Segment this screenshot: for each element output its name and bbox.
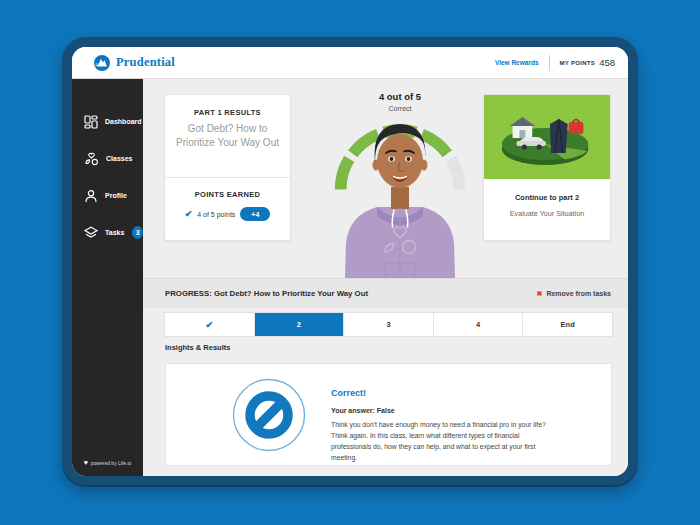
app-screen: Prudential View Rewards MY POINTS 458 — [72, 47, 628, 476]
part-stepper: ✔ 2 3 4 End — [165, 313, 612, 336]
classes-icon — [84, 152, 99, 166]
budget-pie-illustration — [484, 95, 610, 179]
tasks-icon — [84, 226, 98, 240]
app-body: Dashboard Classes — [72, 79, 628, 476]
sidebar-item-tasks[interactable]: Tasks 3 — [72, 214, 143, 251]
points-badge: +4 — [240, 207, 270, 221]
sidebar-nav: Dashboard Classes — [72, 79, 143, 476]
step-1-complete[interactable]: ✔ — [165, 313, 255, 336]
result-body-text: Think you don't have enough money to nee… — [331, 420, 549, 464]
tablet-frame: Prudential View Rewards MY POINTS 458 — [62, 37, 638, 487]
progress-title: PROGRESS: Got Debt? How to Prioritize Yo… — [165, 289, 368, 298]
part1-results-label: PART 1 RESULTS — [165, 108, 290, 117]
part1-results-card: PART 1 RESULTS Got Debt? How to Prioriti… — [164, 94, 291, 241]
continue-title: Continue to part 2 — [484, 193, 610, 202]
sidebar-item-profile[interactable]: Profile — [72, 177, 143, 214]
step-3[interactable]: 3 — [344, 313, 434, 336]
avatar-illustration — [335, 111, 465, 278]
view-rewards-link[interactable]: View Rewards — [495, 59, 539, 66]
remove-x-icon: ✖ — [537, 290, 543, 297]
appbar-divider — [549, 55, 550, 71]
sidebar-item-label: Classes — [106, 155, 132, 162]
lifeio-logo-icon: ♥ — [84, 459, 88, 466]
continue-card[interactable]: Continue to part 2 Evaluate Your Situati… — [483, 94, 611, 241]
brand-name: Prudential — [116, 55, 175, 70]
result-title: Correct! — [331, 388, 556, 398]
remove-label: Remove from tasks — [546, 290, 611, 297]
prohibition-icon — [232, 378, 306, 452]
points-earned-text: 4 of 5 points — [197, 211, 235, 218]
desktop-background: { "colors": { "brand_blue": "#0d77be", "… — [0, 0, 700, 525]
points-earned-label: POINTS EARNED — [165, 190, 290, 199]
main-content: PART 1 RESULTS Got Debt? How to Prioriti… — [143, 79, 628, 476]
sidebar-item-label: Dashboard — [105, 118, 142, 125]
app-bar: Prudential View Rewards MY POINTS 458 — [72, 47, 628, 79]
sidebar-item-label: Tasks — [105, 229, 124, 236]
sidebar-item-dashboard[interactable]: Dashboard — [72, 103, 143, 140]
card-divider — [165, 177, 290, 178]
dashboard-icon — [84, 115, 98, 129]
step-2-active[interactable]: 2 — [255, 313, 345, 336]
score-header: 4 out of 5 Correct — [305, 91, 495, 112]
my-points-value: 458 — [599, 57, 615, 68]
insights-card: Correct! Your answer: False Think you do… — [165, 363, 612, 466]
user-avatar — [335, 111, 465, 278]
progress-band: PROGRESS: Got Debt? How to Prioritize Yo… — [143, 278, 628, 308]
prudential-rock-icon — [94, 55, 110, 71]
sidebar-item-label: Profile — [105, 192, 127, 199]
continue-subtitle: Evaluate Your Situation — [484, 209, 610, 218]
insights-text-block: Correct! Your answer: False Think you do… — [331, 388, 556, 464]
step-end[interactable]: End — [523, 313, 612, 336]
remove-from-tasks-button[interactable]: ✖ Remove from tasks — [537, 290, 611, 297]
points-earned-row: ✔ 4 of 5 points +4 — [165, 207, 290, 221]
powered-by: ♥ powered by Life.io — [72, 459, 143, 466]
insights-heading: Insights & Results — [165, 343, 230, 352]
step-4[interactable]: 4 — [434, 313, 524, 336]
powered-by-label: powered by Life.io — [91, 460, 132, 466]
my-points-label: MY POINTS — [560, 60, 596, 66]
class-title: Got Debt? How to Prioritize Your Way Out — [165, 122, 290, 149]
sidebar-item-classes[interactable]: Classes — [72, 140, 143, 177]
brand-logo: Prudential — [94, 55, 175, 71]
tasks-count-badge: 3 — [132, 226, 143, 239]
score-title: 4 out of 5 — [305, 91, 495, 102]
profile-icon — [84, 189, 98, 203]
check-icon: ✔ — [185, 210, 193, 219]
your-answer-label: Your answer: False — [331, 407, 556, 414]
